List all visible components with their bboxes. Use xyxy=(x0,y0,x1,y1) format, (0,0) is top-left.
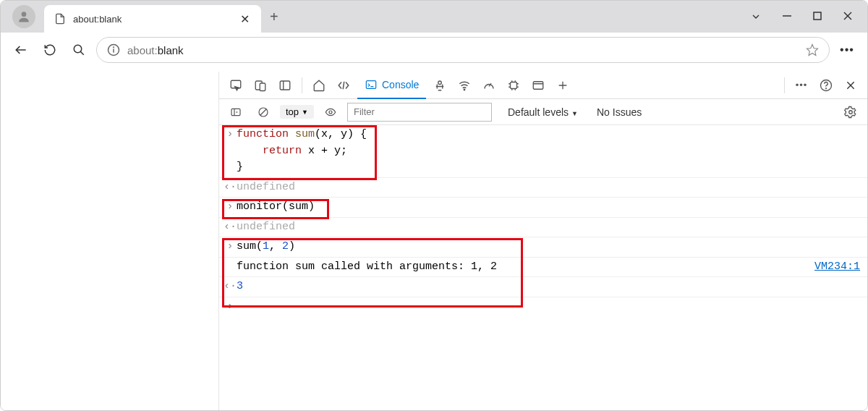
input-caret-icon: › xyxy=(224,239,237,255)
window-titlebar: about:blank ✕ + xyxy=(1,1,867,33)
site-info-icon[interactable] xyxy=(107,43,120,56)
context-label: top xyxy=(286,106,299,117)
clear-console-icon[interactable] xyxy=(252,101,274,123)
issues-indicator[interactable]: No Issues xyxy=(597,106,642,118)
memory-icon[interactable] xyxy=(503,75,524,96)
svg-line-7 xyxy=(80,51,84,55)
devtools-more-icon[interactable]: ••• xyxy=(791,75,812,96)
more-tabs-icon[interactable] xyxy=(552,75,574,96)
code-text: function sum(x, y) { return x + y; } xyxy=(237,127,860,176)
close-window-icon[interactable] xyxy=(843,11,853,22)
code-text: sum(1, 2) xyxy=(237,239,860,255)
application-icon[interactable] xyxy=(527,75,549,96)
output-caret-icon: ‹· xyxy=(224,279,237,295)
log-levels-selector[interactable]: Default levels xyxy=(508,106,578,118)
dock-icon[interactable] xyxy=(274,75,296,96)
result-text: undefined xyxy=(237,179,860,196)
console-result-row: ‹· undefined xyxy=(219,218,867,238)
network-icon[interactable] xyxy=(454,75,475,96)
input-caret-icon: › xyxy=(224,199,237,216)
svg-point-20 xyxy=(438,81,442,85)
favorite-icon[interactable] xyxy=(806,43,819,56)
input-caret-icon: › xyxy=(224,127,237,176)
back-button[interactable] xyxy=(9,38,33,62)
svg-point-10 xyxy=(114,47,114,48)
filter-input[interactable] xyxy=(347,103,492,122)
prompt-caret-icon: › xyxy=(224,299,237,315)
output-caret-icon: ‹· xyxy=(224,219,237,236)
svg-point-45 xyxy=(849,110,853,114)
close-tab-icon[interactable]: ✕ xyxy=(239,11,251,27)
tab-title: about:blank xyxy=(73,14,239,25)
svg-point-21 xyxy=(464,89,466,90)
tab-console-label: Console xyxy=(382,79,419,90)
minimize-icon[interactable] xyxy=(782,11,792,22)
svg-marker-11 xyxy=(807,45,818,56)
svg-rect-18 xyxy=(366,80,375,88)
svg-line-43 xyxy=(260,109,266,115)
svg-point-6 xyxy=(74,45,82,53)
content-area: Console ••• top ▼ Def xyxy=(1,72,867,411)
code-text: monitor(sum) xyxy=(237,199,860,216)
inspect-icon[interactable] xyxy=(225,75,247,96)
console-prompt-row[interactable]: › xyxy=(219,297,867,317)
device-toggle-icon[interactable] xyxy=(250,75,271,96)
maximize-icon[interactable] xyxy=(812,11,822,22)
svg-rect-14 xyxy=(260,83,265,91)
svg-rect-32 xyxy=(534,81,544,89)
console-result-row: ‹· undefined xyxy=(219,178,867,198)
svg-rect-2 xyxy=(814,12,821,20)
console-output[interactable]: › function sum(x, y) { return x + y; } ‹… xyxy=(219,125,867,411)
console-toolbar: top ▼ Default levels No Issues xyxy=(219,99,867,125)
performance-icon[interactable] xyxy=(478,75,500,96)
result-text: undefined xyxy=(237,219,860,236)
reload-button[interactable] xyxy=(38,38,61,62)
new-tab-button[interactable]: + xyxy=(270,9,278,25)
log-text: function sum called with arguments: 1, 2 xyxy=(237,259,814,276)
output-caret-icon: ‹· xyxy=(224,179,237,196)
console-settings-icon[interactable] xyxy=(840,101,861,123)
file-icon xyxy=(54,13,66,25)
welcome-icon[interactable] xyxy=(308,75,330,96)
svg-point-37 xyxy=(826,88,827,88)
console-log-row: function sum called with arguments: 1, 2… xyxy=(219,258,867,278)
console-input-row: › sum(1, 2) xyxy=(219,237,867,258)
url-text: about:blank xyxy=(127,44,184,56)
console-result-row: ‹· 3 xyxy=(219,277,867,297)
devtools-tabstrip: Console ••• xyxy=(219,72,867,99)
sources-icon[interactable] xyxy=(429,75,451,96)
console-input-row: › function sum(x, y) { return x + y; } xyxy=(219,125,867,178)
log-source-link[interactable]: VM234:1 xyxy=(814,259,860,276)
address-bar[interactable]: about:blank xyxy=(96,37,830,63)
svg-rect-15 xyxy=(280,81,290,90)
window-controls xyxy=(750,11,867,22)
toggle-sidebar-icon[interactable] xyxy=(225,101,247,123)
console-input-row: › monitor(sum) xyxy=(219,198,867,218)
page-viewport xyxy=(1,72,219,411)
browser-tab[interactable]: about:blank ✕ xyxy=(44,5,261,33)
chevron-down-icon[interactable] xyxy=(750,11,762,22)
svg-rect-23 xyxy=(511,82,517,88)
profile-avatar[interactable] xyxy=(12,5,35,28)
more-menu-button[interactable]: ••• xyxy=(835,43,859,56)
svg-point-44 xyxy=(329,111,332,114)
svg-line-17 xyxy=(343,81,344,89)
help-icon[interactable] xyxy=(815,75,837,96)
result-text: 3 xyxy=(237,279,860,295)
browser-toolbar: about:blank ••• xyxy=(1,33,867,67)
close-devtools-icon[interactable] xyxy=(840,75,861,96)
live-expression-icon[interactable] xyxy=(320,101,341,123)
tab-console[interactable]: Console xyxy=(357,72,426,99)
elements-icon[interactable] xyxy=(333,75,354,96)
svg-rect-40 xyxy=(231,109,240,115)
svg-point-0 xyxy=(22,12,27,17)
search-button[interactable] xyxy=(67,38,90,62)
context-selector[interactable]: top ▼ xyxy=(280,105,314,119)
devtools-panel: Console ••• top ▼ Def xyxy=(219,72,867,411)
